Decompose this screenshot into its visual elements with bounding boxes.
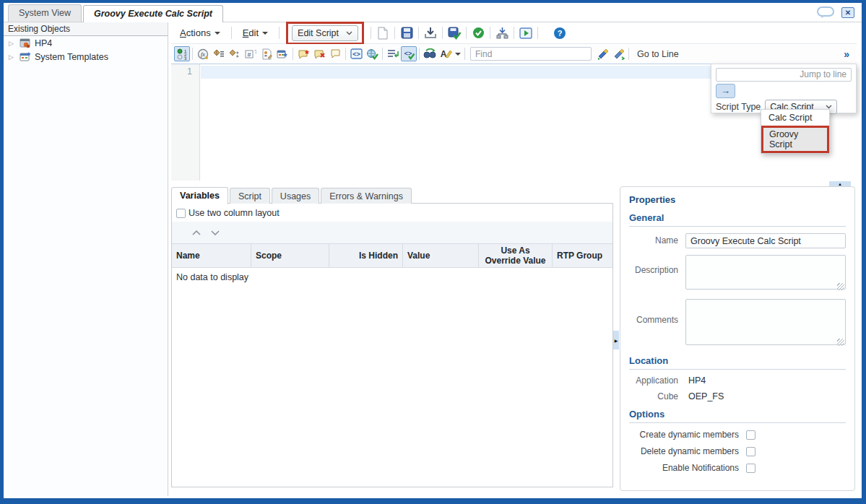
actions-menu[interactable]: Actions xyxy=(171,27,229,38)
delete-comment-icon[interactable] xyxy=(311,46,327,61)
svg-text:?: ? xyxy=(558,29,563,38)
tab-system-view[interactable]: System View xyxy=(8,4,82,22)
properties-title: Properties xyxy=(629,194,846,205)
edit-script-dropdown[interactable]: Edit Script xyxy=(292,25,358,41)
titlebar: System View Groovy Execute Calc Script ✕ xyxy=(4,3,862,22)
line-number-gutter: 1 xyxy=(171,64,200,181)
create-dynamic-members-checkbox[interactable] xyxy=(746,430,755,440)
edit-menu[interactable]: Edit xyxy=(234,27,277,38)
name-label: Name xyxy=(629,233,678,248)
create-dynamic-members-label: Create dynamic members xyxy=(629,430,739,440)
option-calc-script[interactable]: Calc Script xyxy=(761,110,829,126)
move-down-icon[interactable] xyxy=(211,230,220,235)
resize-grip-icon[interactable] xyxy=(837,339,844,346)
svg-text:A: A xyxy=(440,49,446,59)
insert-member-icon[interactable] xyxy=(211,46,227,61)
enable-notifications-checkbox[interactable] xyxy=(746,464,755,473)
column-header-is-hidden[interactable]: Is Hidden xyxy=(329,244,403,267)
help-icon[interactable]: ? xyxy=(550,25,569,42)
new-script-icon[interactable] xyxy=(373,25,392,42)
save-icon[interactable] xyxy=(397,25,416,42)
toggle-line-numbers-icon[interactable]: 123 xyxy=(174,46,190,61)
validate-icon[interactable] xyxy=(469,25,488,42)
wrap-text-icon[interactable]: <> xyxy=(348,46,364,61)
move-up-icon[interactable] xyxy=(192,230,201,235)
go-arrow-button[interactable]: → xyxy=(716,84,735,98)
svg-text:3: 3 xyxy=(184,56,187,60)
sidebar-item-system-templates[interactable]: ▷ System Templates xyxy=(4,50,168,64)
two-column-layout-checkbox[interactable] xyxy=(176,209,186,218)
save-as-icon[interactable] xyxy=(421,25,440,42)
tab-groovy-execute-calc-script[interactable]: Groovy Execute Calc Script xyxy=(83,5,223,22)
no-data-text: No data to display xyxy=(172,268,612,287)
goto-line-label[interactable]: Go to Line xyxy=(631,49,685,59)
svg-text:?: ? xyxy=(254,48,256,55)
chevron-down-icon xyxy=(826,105,832,109)
description-textarea[interactable] xyxy=(685,255,846,290)
find-replace-icon[interactable] xyxy=(422,46,438,61)
general-section-heading: General xyxy=(629,212,846,227)
sidebar-item-hp4[interactable]: ▷ HP4 xyxy=(4,36,168,50)
delete-dynamic-members-label: Delete dynamic members xyxy=(629,446,739,456)
goto-line-popup: → Script Type Calc Script xyxy=(711,64,857,113)
existing-objects-header: Existing Objects xyxy=(4,22,168,36)
comments-textarea[interactable] xyxy=(685,299,846,345)
column-header-value[interactable]: Value xyxy=(403,244,479,267)
svg-text:fx: fx xyxy=(201,51,205,58)
collapse-up-icon[interactable]: ▲ xyxy=(829,181,851,186)
search-forward-icon[interactable] xyxy=(594,46,610,61)
chevron-down-icon xyxy=(262,32,268,35)
toolbar-overflow-icon[interactable]: » xyxy=(844,48,854,60)
script-edit-mode-icon[interactable]: <> xyxy=(401,46,417,61)
insert-function-icon[interactable]: fx xyxy=(195,46,211,61)
sidebar-item-label: System Templates xyxy=(35,52,108,62)
highlight-syntax-icon[interactable]: A xyxy=(438,46,454,61)
insert-member-range-icon[interactable] xyxy=(227,46,243,61)
deploy-icon[interactable] xyxy=(493,25,511,42)
svg-text:<>: <> xyxy=(352,51,360,58)
column-header-scope[interactable]: Scope xyxy=(251,244,329,267)
expand-icon[interactable]: ▷ xyxy=(9,40,16,47)
svg-text:#: # xyxy=(247,51,251,58)
find-input[interactable] xyxy=(470,47,592,61)
tab-usages[interactable]: Usages xyxy=(272,188,319,204)
templates-icon xyxy=(20,52,31,62)
bottom-tabs: Variables Script Usages Errors & Warning… xyxy=(171,186,413,204)
tab-script[interactable]: Script xyxy=(230,188,270,204)
application-value: HP4 xyxy=(688,375,706,386)
variables-table-header: Name Scope Is Hidden Value Use As Overri… xyxy=(172,243,612,268)
format-script-icon[interactable] xyxy=(385,46,401,61)
search-backward-icon[interactable] xyxy=(610,46,626,61)
cube-label: Cube xyxy=(629,391,678,401)
name-input[interactable] xyxy=(685,233,846,248)
application-label: Application xyxy=(629,375,678,386)
column-header-use-as-override[interactable]: Use As Override Value xyxy=(479,244,553,267)
existing-objects-panel: Existing Objects ▷ HP4 ▷ xyxy=(4,22,168,496)
close-icon[interactable]: ✕ xyxy=(841,7,854,18)
two-column-layout-label: Use two column layout xyxy=(189,208,280,218)
options-section-heading: Options xyxy=(629,409,846,423)
verify-syntax-icon[interactable] xyxy=(364,46,380,61)
description-label: Description xyxy=(629,255,678,292)
resize-grip-icon[interactable] xyxy=(837,283,844,290)
chevron-down-icon[interactable] xyxy=(454,46,462,61)
validate-save-icon[interactable] xyxy=(445,25,464,42)
column-header-rtp-group[interactable]: RTP Group xyxy=(553,244,612,267)
script-type-options: Calc Script Groovy Script xyxy=(761,109,830,154)
option-groovy-script[interactable]: Groovy Script xyxy=(761,126,829,153)
insert-template-icon[interactable] xyxy=(274,46,290,61)
expand-icon[interactable]: ▷ xyxy=(9,53,16,61)
tab-errors-warnings[interactable]: Errors & Warnings xyxy=(321,188,412,204)
column-header-name[interactable]: Name xyxy=(172,244,251,267)
collapse-right-icon[interactable]: ▶ xyxy=(613,331,619,349)
chevron-down-icon xyxy=(346,31,352,35)
jump-to-line-input[interactable] xyxy=(716,68,852,82)
comment-icon[interactable] xyxy=(327,46,343,61)
debug-script-icon[interactable] xyxy=(516,25,535,42)
enable-notifications-label: Enable Notifications xyxy=(629,463,739,473)
insert-variable-icon[interactable]: #? xyxy=(243,46,259,61)
edit-properties-icon[interactable] xyxy=(259,46,274,61)
tab-variables[interactable]: Variables xyxy=(171,187,228,204)
delete-dynamic-members-checkbox[interactable] xyxy=(746,447,755,456)
add-comment-icon[interactable] xyxy=(295,46,311,61)
